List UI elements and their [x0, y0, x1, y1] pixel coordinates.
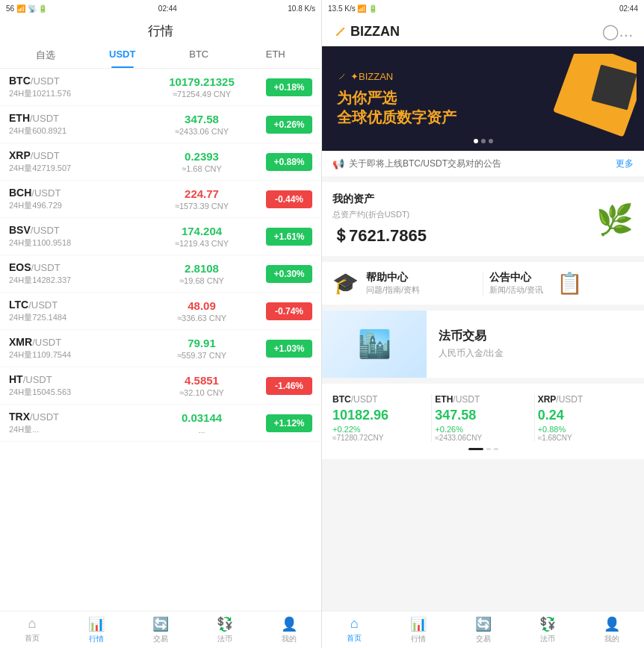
- list-item[interactable]: XRP/USDT 24H量42719.507 0.2393 ≈1.68 CNY …: [0, 143, 321, 181]
- fiat-icon: 💱: [217, 616, 233, 632]
- market-icon: 📊: [410, 616, 427, 632]
- left-nav-profile[interactable]: 👤 我的: [257, 611, 321, 648]
- trade-icon: 🔄: [152, 616, 169, 632]
- list-item[interactable]: HT/USDT 24H量15045.563 4.5851 ≈32.10 CNY …: [0, 367, 321, 405]
- announcement-text: 关于即将上线BTC/USDT交易对的公告: [349, 158, 501, 170]
- fiat-title: 法币交易: [439, 328, 632, 344]
- ticker-eth-cny: ≈2433.06CNY: [435, 434, 530, 442]
- list-item[interactable]: TRX/USDT 24H量... 0.03144 ... +1.12%: [0, 405, 321, 442]
- right-panel: 13.5 K/s 📶 🔋 02:44 ⟋ BIZZAN ◯… ⟋ ✦BIZZAN…: [322, 0, 644, 648]
- tab-zixuan[interactable]: 自选: [7, 43, 84, 68]
- market-icon: 📊: [88, 616, 105, 632]
- right-nav-trade[interactable]: 🔄 交易: [451, 611, 515, 648]
- home-icon: ⌂: [28, 616, 37, 632]
- announcement-icon: 📢: [332, 158, 344, 169]
- fiat-illustration-icon: 🏙️: [358, 328, 391, 360]
- change-badge: +1.12%: [266, 414, 312, 432]
- quick-divider: [483, 271, 483, 296]
- right-status-time: 02:44: [619, 4, 638, 13]
- left-header: 行情: [0, 16, 321, 43]
- ticker-divider-2: [534, 394, 535, 442]
- ticker-btc-price: 10182.96: [332, 408, 428, 423]
- ticker-btc[interactable]: BTC/USDT 10182.96 +0.22% ≈71280.72CNY: [332, 394, 428, 442]
- price-ticker: BTC/USDT 10182.96 +0.22% ≈71280.72CNY ET…: [322, 384, 644, 459]
- banner-logo-icon: ⟋: [337, 70, 347, 82]
- right-nav-home[interactable]: ⌂ 首页: [322, 611, 386, 648]
- ticker-btc-change: +0.22%: [332, 425, 428, 434]
- change-badge: +1.03%: [266, 340, 312, 358]
- banner-dots: [474, 139, 493, 143]
- tab-btc[interactable]: BTC: [161, 43, 238, 68]
- list-item[interactable]: XMR/USDT 24H量1109.7544 79.91 ≈559.37 CNY…: [0, 330, 321, 367]
- left-nav-home[interactable]: ⌂ 首页: [0, 611, 64, 648]
- quick-links: 🎓 帮助中心 问题/指南/资料 公告中心 新闻/活动/资讯 📋: [322, 262, 644, 305]
- fiat-illustration: 🏙️: [322, 311, 427, 378]
- ticker-eth-change: +0.26%: [435, 425, 530, 434]
- right-nav-market[interactable]: 📊 行情: [386, 611, 451, 648]
- left-tabs: 自选 USDT BTC ETH: [0, 43, 321, 69]
- left-status-bar: 56 📶 📡 🔋 02:44 10.8 K/s: [0, 0, 321, 16]
- announcement-more-link[interactable]: 更多: [616, 158, 634, 170]
- tab-usdt[interactable]: USDT: [84, 43, 161, 68]
- left-panel: 56 📶 📡 🔋 02:44 10.8 K/s 行情 自选 USDT BTC E…: [0, 0, 322, 648]
- change-badge: +0.18%: [266, 78, 312, 96]
- profile-icon: 👤: [604, 616, 620, 632]
- ticker-eth[interactable]: ETH/USDT 347.58 +0.26% ≈2433.06CNY: [435, 394, 530, 442]
- bizzan-logo: ⟋ BIZZAN: [332, 23, 400, 40]
- banner: ⟋ ✦BIZZAN 为你严选 全球优质数字资产: [322, 46, 644, 151]
- list-item[interactable]: LTC/USDT 24H量725.1484 48.09 ≈336.63 CNY …: [0, 293, 321, 330]
- left-nav-fiat[interactable]: 💱 法币: [193, 611, 257, 648]
- profile-icon: 👤: [281, 616, 297, 632]
- help-center-icon: 🎓: [332, 271, 359, 296]
- right-status-bar: 13.5 K/s 📶 🔋 02:44: [322, 0, 644, 16]
- ticker-btc-cny: ≈71280.72CNY: [332, 434, 428, 442]
- change-badge: -1.46%: [266, 377, 312, 395]
- assets-subtitle: 总资产约(折合USDT): [332, 209, 427, 220]
- right-status-signal: 13.5 K/s 📶 🔋: [328, 4, 377, 13]
- left-nav-market[interactable]: 📊 行情: [64, 611, 129, 648]
- change-badge: +0.30%: [266, 265, 312, 283]
- slide-indicator: [332, 442, 634, 453]
- banner-title: 为你严选 全球优质数字资产: [337, 88, 456, 127]
- announcement-bar[interactable]: 📢 关于即将上线BTC/USDT交易对的公告 更多: [322, 151, 644, 176]
- ticker-xrp[interactable]: XRP/USDT 0.24 +0.88% ≈1.68CNY: [538, 394, 634, 442]
- announcement-center-link[interactable]: 公告中心 新闻/活动/资讯 📋: [489, 271, 634, 296]
- fiat-banner[interactable]: 🏙️ 法币交易 人民币入金/出金: [322, 311, 644, 378]
- change-badge: -0.44%: [266, 190, 312, 208]
- list-item[interactable]: BSV/USDT 24H量1100.9518 174.204 ≈1219.43 …: [0, 218, 321, 255]
- help-center-link[interactable]: 🎓 帮助中心 问题/指南/资料: [332, 271, 477, 296]
- right-nav-profile[interactable]: 👤 我的: [580, 611, 644, 648]
- logo-mark-icon: ⟋: [332, 23, 347, 40]
- change-badge: -0.74%: [266, 302, 312, 320]
- ticker-xrp-price: 0.24: [538, 408, 634, 423]
- right-nav-fiat[interactable]: 💱 法币: [515, 611, 580, 648]
- ticker-divider: [431, 394, 432, 442]
- change-badge: +0.26%: [266, 116, 312, 134]
- ticker-eth-price: 347.58: [435, 408, 530, 423]
- banner-graphic: [547, 54, 637, 143]
- right-topbar: ⟋ BIZZAN ◯…: [322, 16, 644, 46]
- left-status-time: 02:44: [158, 4, 177, 13]
- announcement-center-icon: 📋: [557, 271, 583, 296]
- list-item[interactable]: EOS/USDT 24H量14282.337 2.8108 ≈19.68 CNY…: [0, 255, 321, 293]
- ticker-xrp-change: +0.88%: [538, 425, 634, 434]
- list-item[interactable]: ETH/USDT 24H量600.8921 347.58 ≈2433.06 CN…: [0, 106, 321, 143]
- trade-icon: 🔄: [475, 616, 492, 632]
- right-content: ⟋ BIZZAN ◯… ⟋ ✦BIZZAN 为你严选 全球优质数字资产: [322, 16, 644, 611]
- left-status-signal: 56 📶 📡 🔋: [6, 4, 47, 13]
- left-bottom-nav: ⌂ 首页 📊 行情 🔄 交易 💱 法币 👤 我的: [0, 611, 321, 648]
- chat-icon[interactable]: ◯…: [602, 22, 634, 40]
- tab-eth[interactable]: ETH: [238, 43, 315, 68]
- list-item[interactable]: BTC/USDT 24H量10211.576 10179.21325 ≈7125…: [0, 69, 321, 106]
- home-icon: ⌂: [350, 616, 359, 632]
- fiat-icon: 💱: [539, 616, 556, 632]
- assets-section: 我的资产 总资产约(折合USDT) ＄7621.7865 🌿: [322, 182, 644, 256]
- list-item[interactable]: BCH/USDT 24H量496.729 224.77 ≈1573.39 CNY…: [0, 181, 321, 218]
- market-list: BTC/USDT 24H量10211.576 10179.21325 ≈7125…: [0, 69, 321, 611]
- left-nav-trade[interactable]: 🔄 交易: [129, 611, 193, 648]
- change-badge: +1.61%: [266, 228, 312, 246]
- change-badge: +0.88%: [266, 153, 312, 171]
- assets-title: 我的资产: [332, 193, 427, 206]
- assets-illustration-icon: 🌿: [596, 203, 634, 236]
- fiat-subtitle: 人民币入金/出金: [439, 347, 632, 360]
